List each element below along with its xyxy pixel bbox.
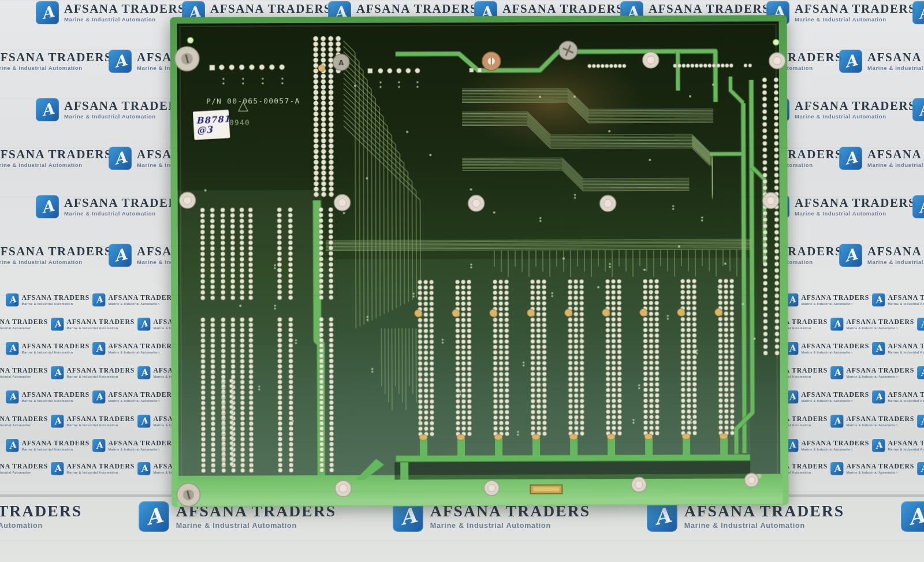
pcb-artwork: P/N 00-065-00057-A 0940 A (170, 15, 789, 507)
monogram-letter: A (39, 2, 55, 23)
watermark-tagline: Marine & Industrial Automation (0, 326, 48, 330)
watermark-text: AFSANA TRADERSMarine & Industrial Automa… (846, 319, 914, 330)
watermark-text: AFSANA TRADERSMarine & Industrial Automa… (0, 245, 112, 265)
watermark-text: AFSANA TRADERSMarine & Industrial Automa… (846, 463, 914, 474)
afsana-monogram-icon: A (92, 390, 105, 403)
watermark-tagline: Marine & Industrial Automation (0, 259, 112, 265)
monogram-letter: A (53, 463, 62, 474)
sticker-qty: @3 (196, 123, 227, 136)
watermark-text: AFSANA TRADERSMarine & Industrial Automa… (795, 197, 916, 217)
watermark-tagline: Marine & Industrial Automation (64, 210, 185, 217)
afsana-monogram-icon: A (109, 50, 132, 73)
watermark-brand: AFSANA TRADERS (888, 343, 924, 350)
watermark-logo: AAFSANA TRADERSMarine & Industrial Autom… (917, 415, 924, 427)
monogram-letter: A (874, 343, 883, 353)
watermark-logo: AAFSANA TRADERSMarine & Industrial Autom… (51, 462, 135, 475)
watermark-brand: AFSANA TRADERS (66, 463, 135, 470)
monogram-letter: A (143, 503, 164, 529)
monogram-letter: A (874, 294, 883, 305)
watermark-text: AFSANA TRADERSMarine & Industrial Automa… (867, 51, 924, 71)
watermark-tagline: Marine & Industrial Automation (795, 210, 916, 217)
watermark-text: AFSANA TRADERSMarine & Industrial Automa… (21, 392, 90, 403)
watermark-brand: AFSANA TRADERS (801, 343, 869, 350)
watermark-text: AFSANA TRADERSMarine & Industrial Automa… (66, 319, 135, 330)
watermark-text: AFSANA TRADERSMarine & Industrial Automa… (0, 416, 48, 427)
watermark-brand: AFSANA TRADERS (888, 440, 924, 447)
monogram-letter: A (788, 391, 796, 402)
watermark-brand: AFSANA TRADERS (108, 295, 176, 302)
watermark-logo: AAFSANA TRADERSMarine & Industrial Autom… (92, 390, 176, 403)
afsana-monogram-icon: A (36, 98, 59, 121)
afsana-monogram-icon: A (872, 390, 885, 403)
monogram-letter: A (53, 367, 62, 378)
afsana-monogram-icon: A (51, 318, 64, 330)
watermark-text: AFSANA TRADERSMarine & Industrial Automa… (0, 367, 48, 378)
watermark-text: AFSANA TRADERSMarine & Industrial Automa… (108, 295, 176, 306)
watermark-brand: AFSANA TRADERS (846, 416, 914, 423)
watermark-logo: AAFSANA TRADERSMarine & Industrial Autom… (647, 501, 844, 532)
watermark-tagline: Marine & Industrial Automation (176, 521, 337, 530)
watermark-tagline: Marine & Industrial Automation (888, 351, 924, 354)
watermark-logo: AAFSANA TRADERSMarine & Industrial Autom… (92, 439, 176, 452)
watermark-logo: AAFSANA TRADERSMarine & Industrial Autom… (917, 366, 924, 379)
afsana-monogram-icon: A (912, 1, 924, 24)
afsana-monogram-icon: A (912, 195, 924, 218)
watermark-logo: AAFSANA TRADERSMarine & Industrial Autom… (92, 293, 176, 306)
monogram-letter: A (112, 245, 128, 265)
watermark-logo: AAFSANA TRADERSMarine & Industrial Autom… (766, 98, 916, 121)
afsana-monogram-icon: A (92, 439, 105, 452)
afsana-monogram-icon: A (51, 415, 64, 427)
monogram-letter: A (874, 391, 883, 402)
watermark-text: AFSANA TRADERSMarine & Industrial Automa… (801, 440, 869, 451)
watermark-text: AFSANA TRADERSMarine & Industrial Automa… (64, 100, 185, 120)
watermark-tagline: Marine & Industrial Automation (108, 351, 176, 354)
watermark-logo: AAFSANA TRADERSMarine & Industrial Autom… (6, 439, 90, 452)
watermark-tagline: Marine & Industrial Automation (108, 448, 176, 451)
watermark-text: AFSANA TRADERSMarine & Industrial Automa… (684, 504, 845, 530)
watermark-tagline: Marine & Industrial Automation (795, 16, 916, 23)
watermark-brand: AFSANA TRADERS (0, 463, 48, 470)
watermark-tagline: Marine & Industrial Automation (0, 162, 112, 168)
watermark-logo: AAFSANA TRADERSMarine & Industrial Autom… (785, 342, 869, 355)
watermark-logo: AAFSANA TRADERSMarine & Industrial Autom… (0, 244, 112, 267)
watermark-text: AFSANA TRADERSMarine & Industrial Automa… (430, 504, 591, 530)
watermark-text: AFSANA TRADERSMarine & Industrial Automa… (66, 367, 135, 378)
afsana-monogram-icon: A (51, 366, 64, 379)
watermark-logo: AAFSANA TRADERSMarine & Industrial Autom… (6, 342, 90, 355)
afsana-monogram-icon: A (647, 501, 677, 532)
afsana-monogram-icon: A (917, 415, 924, 427)
monogram-letter: A (651, 503, 672, 529)
afsana-monogram-icon: A (912, 98, 924, 121)
watermark-brand: AFSANA TRADERS (108, 343, 176, 350)
afsana-monogram-icon: A (872, 293, 885, 306)
monogram-letter: A (874, 440, 883, 451)
monogram-letter: A (95, 391, 103, 402)
product-photo: AAFSANA TRADERSMarine & Industrial Autom… (0, 0, 924, 562)
watermark-logo: AAFSANA TRADERSMarine & Industrial Autom… (839, 50, 924, 73)
afsana-monogram-icon: A (137, 366, 150, 379)
watermark-text: AFSANA TRADERSMarine & Industrial Automa… (0, 463, 48, 474)
watermark-brand: AFSANA TRADERS (64, 197, 185, 209)
watermark-brand: AFSANA TRADERS (21, 295, 90, 302)
monogram-letter: A (788, 440, 796, 451)
watermark-text: AFSANA TRADERSMarine & Industrial Automa… (888, 440, 924, 451)
monogram-letter: A (53, 415, 62, 426)
watermark-text: AFSANA TRADERSMarine & Industrial Automa… (108, 343, 176, 354)
watermark-logo: AAFSANA TRADERSMarine & Industrial Autom… (92, 342, 176, 355)
afsana-monogram-icon: A (872, 342, 885, 355)
watermark-tagline: Marine & Industrial Automation (430, 521, 591, 530)
watermark-tagline: Marine & Industrial Automation (0, 423, 48, 427)
inventory-sticker: B8781 @3 (193, 110, 230, 140)
monogram-letter: A (140, 415, 148, 426)
watermark-brand: AFSANA TRADERS (801, 295, 869, 302)
monogram-letter: A (919, 415, 924, 426)
watermark-logo: AAFSANA TRADERSMarine & Industrial Autom… (785, 439, 869, 452)
watermark-brand: AFSANA TRADERS (21, 343, 90, 350)
monogram-letter: A (833, 318, 841, 329)
watermark-brand: AFSANA TRADERS (846, 463, 914, 470)
watermark-brand: AFSANA TRADERS (66, 367, 135, 374)
watermark-logo: AAFSANA TRADERSMarine & Industrial Autom… (839, 147, 924, 170)
pcb-board: P/N 00-065-00057-A 0940 A B8781 @3 (170, 15, 789, 507)
monogram-letter: A (39, 99, 55, 120)
watermark-text: AFSANA TRADERSMarine & Industrial Automa… (0, 504, 82, 530)
